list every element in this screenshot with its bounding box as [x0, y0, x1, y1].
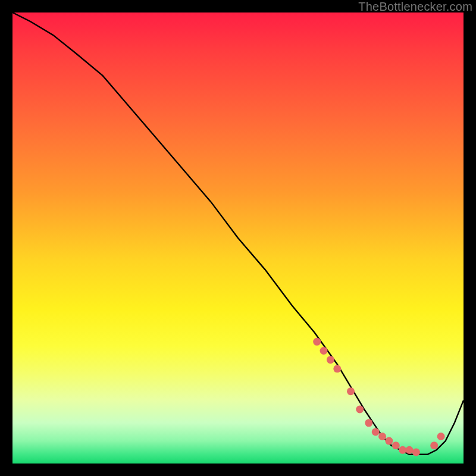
data-marker: [320, 347, 328, 355]
data-marker: [347, 387, 355, 395]
data-marker: [372, 428, 380, 436]
data-marker: [392, 441, 400, 449]
data-marker: [412, 449, 420, 456]
data-marker: [378, 433, 386, 440]
data-marker: [333, 365, 341, 372]
bottleneck-curve: [12, 12, 464, 455]
data-marker: [327, 356, 334, 364]
chart-svg: [12, 12, 464, 464]
data-marker: [399, 446, 406, 454]
data-marker: [365, 419, 372, 427]
data-marker: [313, 338, 321, 346]
data-marker: [356, 406, 364, 414]
watermark-text: TheBottlenecker.com: [358, 0, 472, 14]
data-marker: [385, 437, 393, 445]
data-marker: [437, 433, 445, 440]
chart-frame: [12, 12, 464, 464]
data-marker: [430, 441, 438, 449]
marker-group: [313, 338, 444, 456]
data-marker: [406, 446, 414, 454]
